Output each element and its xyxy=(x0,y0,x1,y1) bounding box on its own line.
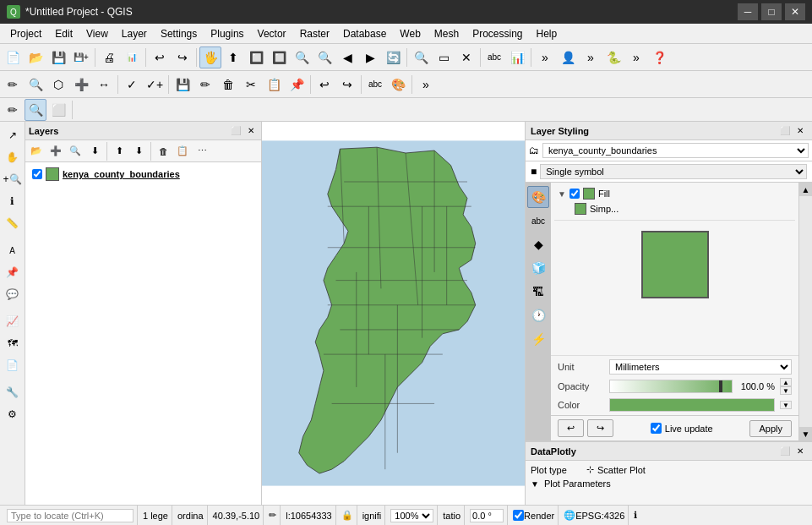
tb-zoom-in[interactable]: 🔍 xyxy=(291,46,313,68)
lp-zoom-in[interactable]: +🔍 xyxy=(3,169,23,189)
tb-new[interactable]: 📄 xyxy=(2,46,24,68)
menu-database[interactable]: Database xyxy=(336,24,393,44)
layers-float-btn[interactable]: ⬜ xyxy=(229,124,243,138)
lp-elevation[interactable]: 📈 xyxy=(3,311,23,331)
si-label-btn[interactable]: abc xyxy=(527,210,549,232)
tb-identify[interactable]: 🔍 xyxy=(410,46,432,68)
menu-vector[interactable]: Vector xyxy=(251,24,293,44)
tb-zoom-prev[interactable]: ◀ xyxy=(336,46,358,68)
tb3-search[interactable]: 🔍 xyxy=(25,99,46,121)
lp-3d[interactable]: 🗺 xyxy=(3,333,23,353)
tb2-save-layer[interactable]: 💾 xyxy=(172,74,193,96)
lt-move-up[interactable]: ⬆ xyxy=(110,142,128,161)
menu-help[interactable]: Help xyxy=(530,24,564,44)
live-update-checkbox[interactable] xyxy=(651,423,662,434)
tb-zoom-full[interactable]: 🔲 xyxy=(245,46,267,68)
tb-redo[interactable]: ↪ xyxy=(172,46,193,68)
menu-settings[interactable]: Settings xyxy=(154,24,204,44)
color-bar[interactable] xyxy=(609,398,775,412)
render-item[interactable]: Render xyxy=(510,506,559,525)
layer-visibility-checkbox[interactable] xyxy=(32,169,42,179)
plot-type-value[interactable]: ⊹ Scatter Plot xyxy=(586,464,807,475)
menu-mesh[interactable]: Mesh xyxy=(428,24,466,44)
tb2-label-toolbar[interactable]: abc xyxy=(364,74,386,96)
color-swatch-preview[interactable] xyxy=(641,231,709,298)
lp-pin[interactable]: 📌 xyxy=(3,262,23,282)
tb-select-rect[interactable]: ▭ xyxy=(433,46,455,68)
apply-button[interactable]: Apply xyxy=(749,420,792,437)
si-variable-btn[interactable]: ⚡ xyxy=(527,328,549,350)
tb2-node[interactable]: ⬡ xyxy=(47,74,69,96)
map-canvas-area[interactable] xyxy=(262,122,525,505)
lt-remove[interactable]: 🗑 xyxy=(154,142,172,161)
minimize-button[interactable]: ─ xyxy=(738,3,758,20)
tb3-current-edits[interactable]: ✏ xyxy=(2,99,24,121)
scroll-up-btn[interactable]: ▲ xyxy=(799,183,813,196)
tb2-copy[interactable]: 📋 xyxy=(263,74,285,96)
tb2-redo[interactable]: ↪ xyxy=(336,74,358,96)
tb-pan-map[interactable]: ⬆ xyxy=(222,46,244,68)
tb-help[interactable]: ❓ xyxy=(648,46,670,68)
lt-move-down[interactable]: ⬇ xyxy=(129,142,148,161)
layers-close-btn[interactable]: ✕ xyxy=(244,124,258,138)
lp-info[interactable]: ℹ xyxy=(3,191,23,211)
color-spinner[interactable]: ▼ xyxy=(780,401,792,409)
tb-more-3[interactable]: » xyxy=(625,46,647,68)
lt-open-layer-mgr[interactable]: 📂 xyxy=(27,142,46,161)
tb-label[interactable]: abc xyxy=(483,46,505,68)
color-menu-btn[interactable]: ▼ xyxy=(780,401,792,409)
close-button[interactable]: ✕ xyxy=(785,3,805,20)
si-3d-btn[interactable]: 🧊 xyxy=(527,257,549,279)
tb2-paste[interactable]: 📌 xyxy=(286,74,308,96)
tb-zoom-next[interactable]: ▶ xyxy=(359,46,381,68)
render-checkbox[interactable] xyxy=(513,510,524,521)
opacity-slider-bar[interactable] xyxy=(609,380,733,393)
tb-zoom-out[interactable]: 🔍 xyxy=(313,46,335,68)
menu-view[interactable]: View xyxy=(79,24,115,44)
styling-close-btn[interactable]: ✕ xyxy=(793,124,807,138)
menu-edit[interactable]: Edit xyxy=(48,24,79,44)
tb2-move[interactable]: ↔ xyxy=(93,74,115,96)
lp-label[interactable]: A xyxy=(3,240,23,260)
si-temporal-btn[interactable]: 🕐 xyxy=(527,304,549,326)
tb-diagram[interactable]: 📊 xyxy=(506,46,528,68)
tb-pan[interactable]: 🖐 xyxy=(199,46,221,68)
tb-saveas[interactable]: 💾+ xyxy=(70,46,92,68)
tb2-undo[interactable]: ↩ xyxy=(313,74,335,96)
menu-raster[interactable]: Raster xyxy=(293,24,336,44)
si-diagram-btn[interactable]: ◆ xyxy=(527,233,549,255)
tb2-color[interactable]: 🎨 xyxy=(387,74,409,96)
si-color-btn[interactable]: 🎨 xyxy=(527,186,549,208)
lp-pan[interactable]: ✋ xyxy=(3,147,23,167)
tb2-cut[interactable]: ✂ xyxy=(240,74,262,96)
si-render-btn[interactable]: 🏗 xyxy=(527,281,549,303)
tb2-more[interactable]: » xyxy=(415,74,437,96)
lp-measure[interactable]: 📏 xyxy=(3,213,23,233)
menu-plugins[interactable]: Plugins xyxy=(204,24,250,44)
layer-item[interactable]: kenya_county_boundaries xyxy=(29,166,258,183)
epsg-item[interactable]: 🌐 EPSG:4326 xyxy=(560,506,629,525)
rotation-input[interactable] xyxy=(470,509,504,522)
menu-project[interactable]: Project xyxy=(3,24,48,44)
redo-style-btn[interactable]: ↪ xyxy=(587,419,613,437)
tb-print[interactable]: 🖨 xyxy=(98,46,120,68)
menu-layer[interactable]: Layer xyxy=(115,24,154,44)
lt-expand[interactable]: ⬇ xyxy=(85,142,104,161)
lp-select[interactable]: ↗ xyxy=(3,125,23,145)
tb-report[interactable]: 📊 xyxy=(121,46,143,68)
lt-more[interactable]: ⋯ xyxy=(193,142,211,161)
tb2-add-feat[interactable]: ➕ xyxy=(70,74,92,96)
maximize-button[interactable]: □ xyxy=(761,3,782,20)
symbol-fill-row[interactable]: ▼ Fill xyxy=(554,186,795,201)
tb-more-1[interactable]: » xyxy=(534,46,556,68)
simple-fill-row[interactable]: Simp... xyxy=(554,201,795,216)
tb2-edit[interactable]: 🔍 xyxy=(25,74,46,96)
tb2-edit-pencil[interactable]: ✏ xyxy=(194,74,216,96)
menu-processing[interactable]: Processing xyxy=(466,24,529,44)
lt-filter[interactable]: 🔍 xyxy=(66,142,84,161)
tb-deselect[interactable]: ✕ xyxy=(455,46,477,68)
tb3-spatial[interactable]: ⬜ xyxy=(47,99,69,121)
lp-plugin2[interactable]: ⚙ xyxy=(3,404,23,424)
tb-more-2[interactable]: » xyxy=(580,46,602,68)
tb-python[interactable]: 🐍 xyxy=(602,46,624,68)
